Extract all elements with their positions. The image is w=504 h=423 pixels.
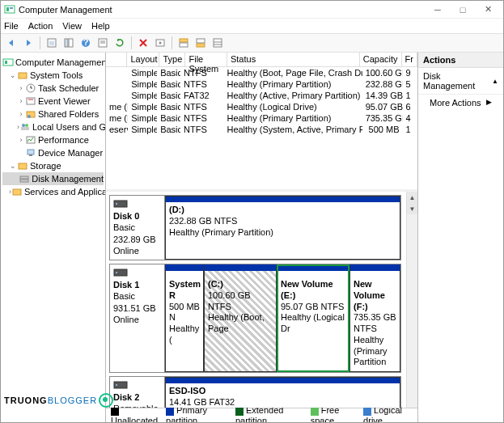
maximize-button[interactable]: □ [451,2,475,18]
svg-rect-4 [49,41,54,45]
view-bottom-icon[interactable] [193,36,208,50]
svg-text:?: ? [83,37,89,47]
watermark-logo-icon [99,393,113,408]
volume-row[interactable]: me (E:)SimpleBasicNTFSHealthy (Logical D… [106,101,417,112]
svg-rect-14 [180,39,188,42]
partition[interactable]: (D:) 232.88 GB NTFS Healthy (Primary Par… [165,196,400,260]
svg-rect-40 [13,189,21,195]
menu-action[interactable]: Action [28,21,53,31]
svg-rect-35 [28,150,34,154]
watermark: TRUONGBLOGGER [4,393,113,408]
tree-disk-management[interactable]: Disk Management [2,172,104,185]
disk-icon [113,380,126,390]
svg-rect-21 [3,59,13,66]
svg-point-13 [159,42,162,44]
navigation-tree[interactable]: Computer Management (Local) ⌄System Tool… [1,53,106,422]
legend: Unallocated Primary partition Extended p… [106,408,417,422]
window-title: Computer Management [19,5,426,15]
svg-rect-39 [20,180,28,182]
tree-device-manager[interactable]: Device Manager [2,146,104,159]
svg-rect-34 [27,137,35,143]
svg-rect-37 [19,163,27,169]
view-list-icon[interactable] [210,36,225,50]
disk-row[interactable]: Disk 1 Basic 931.51 GB Online System R 5… [109,264,401,373]
svg-point-44 [116,272,117,273]
toolbar: ? [1,33,503,53]
menu-bar: File Action View Help [1,19,503,33]
svg-rect-2 [10,7,13,9]
svg-rect-1 [6,7,9,11]
tree-task-scheduler[interactable]: ›Task Scheduler [2,82,104,95]
menu-help[interactable]: Help [91,21,110,31]
up-icon[interactable] [44,36,59,50]
disk-icon [113,268,126,277]
volume-list[interactable]: Layout Type File System Status Capacity … [106,53,417,189]
minimize-button[interactable]: ─ [426,2,450,18]
svg-point-31 [22,124,25,127]
partition-selected[interactable]: New Volume (E:) 95.07 GB NTFS Healthy (L… [277,264,349,372]
tree-performance[interactable]: ›Performance [2,133,104,146]
delete-icon[interactable] [136,36,150,50]
volume-list-header[interactable]: Layout Type File System Status Capacity … [106,53,417,67]
partition[interactable]: ESD-ISO 14.41 GB FAT32 Healthy (Active, … [165,377,400,408]
volume-row[interactable]: SimpleBasicNTFSHealthy (Boot, Page File,… [106,67,417,78]
tree-services[interactable]: ›Services and Applications [2,185,104,198]
actions-pane: Actions Disk Management ▲ More Actions ▶ [417,53,503,422]
svg-rect-6 [69,39,73,47]
toolbar-separator [172,36,172,49]
show-hide-tree-icon[interactable] [61,36,76,50]
toolbar-separator [131,36,132,49]
back-button[interactable] [4,36,19,50]
actions-section[interactable]: Disk Management ▲ [418,68,503,95]
toolbar-separator [40,36,40,49]
app-icon [4,4,15,15]
disk-info[interactable]: Disk 2 Removable 14.41 GB Read Only [110,377,165,408]
partition[interactable]: New Volume (F:) 735.35 GB NTFS Healthy (… [349,264,400,372]
svg-rect-15 [180,43,188,47]
tree-local-users[interactable]: ›Local Users and Groups [2,121,104,133]
partition[interactable]: System R 500 MB N Healthy ( [165,264,204,372]
view-top-icon[interactable] [176,36,191,50]
tree-storage[interactable]: ⌄Storage [2,159,104,172]
menu-file[interactable]: File [4,21,19,31]
tree-event-viewer[interactable]: ›Event Viewer [2,95,104,108]
volume-row[interactable]: me (F:)SimpleBasicNTFSHealthy (Primary P… [106,112,417,124]
forward-button[interactable] [21,36,36,50]
tree-root[interactable]: Computer Management (Local) [2,56,104,69]
svg-point-30 [28,115,31,118]
properties-icon[interactable] [95,36,110,50]
volume-row[interactable]: SimpleBasicNTFSHealthy (Primary Partitio… [106,78,417,90]
refresh-icon[interactable] [112,36,127,50]
volume-row[interactable]: eservedSimpleBasicNTFSHealthy (System, A… [106,124,417,135]
partition[interactable]: (C:) 100.60 GB NTFS Healthy (Boot, Page [204,264,277,372]
svg-point-42 [116,203,117,205]
collapse-icon[interactable]: ▲ [492,78,498,85]
svg-rect-38 [20,176,28,179]
svg-rect-0 [5,6,15,13]
close-button[interactable]: ✕ [476,2,500,18]
svg-rect-36 [29,154,32,156]
volume-row[interactable]: SimpleBasicFAT32Healthy (Active, Primary… [106,90,417,101]
svg-rect-5 [65,39,68,47]
tree-shared-folders[interactable]: ›Shared Folders [2,108,104,121]
tree-system-tools[interactable]: ⌄System Tools [2,69,104,82]
submenu-arrow-icon: ▶ [486,98,492,106]
help-icon[interactable]: ? [78,36,93,50]
scroll-down-icon[interactable]: ▼ [407,203,417,214]
title-bar: Computer Management ─ □ ✕ [1,1,503,19]
menu-view[interactable]: View [62,21,82,31]
disk-graphical-view[interactable]: Disk 0 Basic 232.89 GB Online (D:) 232.8… [106,189,417,408]
svg-rect-22 [5,61,7,64]
settings-icon[interactable] [153,36,167,50]
svg-rect-17 [197,44,205,47]
disk-info[interactable]: Disk 0 Basic 232.89 GB Online [110,196,165,260]
disk-info[interactable]: Disk 1 Basic 931.51 GB Online [110,264,165,372]
disk-row[interactable]: Disk 0 Basic 232.89 GB Online (D:) 232.8… [109,195,401,260]
svg-rect-27 [27,98,35,104]
more-actions[interactable]: More Actions ▶ [418,95,503,111]
vertical-scrollbar[interactable]: ▲ ▼ [406,192,417,408]
disk-row[interactable]: Disk 2 Removable 14.41 GB Read Only ESD-… [109,376,401,408]
svg-rect-33 [21,127,29,130]
scroll-up-icon[interactable]: ▲ [407,192,417,203]
svg-rect-16 [197,39,205,43]
